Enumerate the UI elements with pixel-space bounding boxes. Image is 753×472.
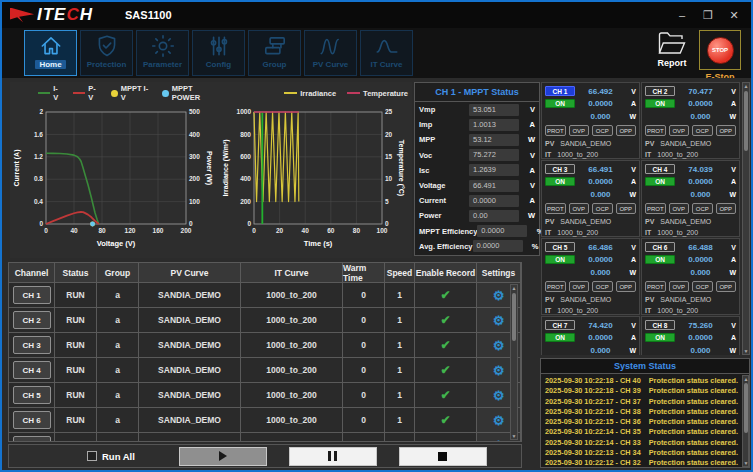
- table-row[interactable]: CH 2RUNaSANDIA_DEMO1000_to_20001✔⚙: [9, 308, 521, 333]
- channel-on-button[interactable]: ON: [645, 177, 675, 186]
- toolbar-item-it-curve[interactable]: IT Curve: [360, 30, 413, 76]
- channel-on-button[interactable]: ON: [545, 333, 575, 342]
- table-row[interactable]: CH 5RUNaSANDIA_DEMO1000_to_20001✔⚙: [9, 383, 521, 408]
- system-log-scrollbar[interactable]: ▲ ▼: [742, 375, 749, 467]
- prot-button-opp[interactable]: OPP: [716, 203, 737, 214]
- channel-on-button[interactable]: ON: [545, 255, 575, 264]
- prot-button-prot[interactable]: PROT: [645, 281, 666, 292]
- channel-select-button[interactable]: CH 2: [645, 86, 675, 96]
- channel-value: 0.000: [677, 268, 724, 277]
- gear-icon[interactable]: ⚙: [493, 338, 505, 353]
- toolbar-item-pv-curve[interactable]: PV Curve: [304, 30, 357, 76]
- gear-icon[interactable]: ⚙: [493, 363, 505, 378]
- column-header-channel[interactable]: Channel: [9, 263, 55, 283]
- report-button[interactable]: Report: [657, 30, 687, 68]
- prot-button-prot[interactable]: PROT: [645, 125, 666, 136]
- channel-value: 0.0000: [577, 333, 624, 342]
- channel-select-button[interactable]: CH 7: [545, 320, 575, 330]
- prot-button-ocp[interactable]: OCP: [592, 125, 613, 136]
- prot-button-opp[interactable]: OPP: [716, 125, 737, 136]
- column-header-pv-curve[interactable]: PV Curve: [139, 263, 241, 283]
- prot-button-ovp[interactable]: OVP: [569, 125, 590, 136]
- cell-record: ✔: [415, 308, 477, 333]
- channel-cell-button[interactable]: CH 5: [13, 386, 51, 404]
- cell-speed: 1: [385, 283, 415, 308]
- prot-button-prot[interactable]: PROT: [545, 281, 566, 292]
- channel-on-button[interactable]: ON: [645, 99, 675, 108]
- check-icon: ✔: [440, 413, 450, 427]
- estop-button[interactable]: STOP E-Stop: [699, 30, 741, 82]
- cell-pv_curve: SANDIA_DEMO: [139, 383, 241, 408]
- toolbar-item-protection[interactable]: Protection: [80, 30, 133, 76]
- toolbar-item-config[interactable]: Config: [192, 30, 245, 76]
- column-header-warm-time[interactable]: Warm Time: [343, 263, 385, 283]
- column-header-enable-record[interactable]: Enable Record: [415, 263, 477, 283]
- minimize-button[interactable]: –: [669, 5, 695, 25]
- close-button[interactable]: ✕: [721, 5, 747, 25]
- prot-button-ocp[interactable]: OCP: [692, 203, 713, 214]
- channel-select-button[interactable]: CH 5: [545, 242, 575, 252]
- channel-cell-button[interactable]: CH 1: [13, 286, 51, 304]
- channel-on-button[interactable]: ON: [645, 255, 675, 264]
- table-row[interactable]: CH 7RUNaSANDIA_DEMO1000_to_20001✔⚙: [9, 433, 521, 442]
- column-header-it-curve[interactable]: IT Curve: [241, 263, 343, 283]
- channel-cell-button[interactable]: CH 7: [13, 436, 51, 442]
- channel-cell-button[interactable]: CH 2: [13, 311, 51, 329]
- column-header-group[interactable]: Group: [97, 263, 139, 283]
- log-message: Protection status cleared.: [649, 386, 738, 395]
- table-scrollbar[interactable]: ▲ ▼: [510, 284, 518, 440]
- channel-select-button[interactable]: CH 3: [545, 164, 575, 174]
- log-message: Protection status cleared.: [649, 427, 738, 436]
- gear-icon[interactable]: ⚙: [493, 388, 505, 403]
- stop-button[interactable]: [399, 447, 487, 466]
- channel-cell-button[interactable]: CH 4: [13, 361, 51, 379]
- prot-button-opp[interactable]: OPP: [716, 281, 737, 292]
- prot-button-ovp[interactable]: OVP: [569, 281, 590, 292]
- channel-grid-scrollbar[interactable]: ▲ ▼: [742, 82, 750, 355]
- column-header-speed[interactable]: Speed: [385, 263, 415, 283]
- gear-icon[interactable]: ⚙: [493, 313, 505, 328]
- toolbar-item-group[interactable]: Group: [248, 30, 301, 76]
- column-header-settings[interactable]: Settings: [477, 263, 521, 283]
- channel-on-button[interactable]: ON: [545, 99, 575, 108]
- table-row[interactable]: CH 3RUNaSANDIA_DEMO1000_to_20001✔⚙: [9, 333, 521, 358]
- toolbar-item-home[interactable]: Home: [24, 30, 77, 76]
- prot-button-ocp[interactable]: OCP: [692, 281, 713, 292]
- prot-button-ovp[interactable]: OVP: [669, 281, 690, 292]
- run-all-checkbox[interactable]: [87, 451, 97, 461]
- cell-record: ✔: [415, 333, 477, 358]
- play-button[interactable]: [179, 447, 267, 466]
- prot-button-ocp[interactable]: OCP: [592, 203, 613, 214]
- prot-button-prot[interactable]: PROT: [545, 125, 566, 136]
- channel-select-button[interactable]: CH 6: [645, 242, 675, 252]
- channel-on-button[interactable]: ON: [645, 333, 675, 342]
- gear-icon[interactable]: ⚙: [493, 438, 505, 443]
- svg-text:100: 100: [189, 198, 200, 205]
- prot-button-ocp[interactable]: OCP: [592, 281, 613, 292]
- table-row[interactable]: CH 6RUNaSANDIA_DEMO1000_to_20001✔⚙: [9, 408, 521, 433]
- prot-button-ovp[interactable]: OVP: [669, 125, 690, 136]
- gear-icon[interactable]: ⚙: [493, 413, 505, 428]
- gear-icon[interactable]: ⚙: [493, 288, 505, 303]
- channel-on-button[interactable]: ON: [545, 177, 575, 186]
- table-row[interactable]: CH 1RUNaSANDIA_DEMO1000_to_20001✔⚙: [9, 283, 521, 308]
- prot-button-opp[interactable]: OPP: [616, 203, 637, 214]
- maximize-button[interactable]: ❒: [695, 5, 721, 25]
- column-header-status[interactable]: Status: [55, 263, 97, 283]
- channel-cell-button[interactable]: CH 6: [13, 411, 51, 429]
- prot-button-ocp[interactable]: OCP: [692, 125, 713, 136]
- toolbar-item-parameter[interactable]: Parameter: [136, 30, 189, 76]
- prot-button-opp[interactable]: OPP: [616, 281, 637, 292]
- prot-button-prot[interactable]: PROT: [645, 203, 666, 214]
- channel-value: 0.0000: [677, 333, 724, 342]
- prot-button-ovp[interactable]: OVP: [569, 203, 590, 214]
- channel-cell-button[interactable]: CH 3: [13, 336, 51, 354]
- channel-select-button[interactable]: CH 1: [545, 86, 575, 96]
- pause-button[interactable]: [289, 447, 377, 466]
- channel-select-button[interactable]: CH 4: [645, 164, 675, 174]
- prot-button-opp[interactable]: OPP: [616, 125, 637, 136]
- channel-select-button[interactable]: CH 8: [645, 320, 675, 330]
- table-row[interactable]: CH 4RUNaSANDIA_DEMO1000_to_20001✔⚙: [9, 358, 521, 383]
- prot-button-ovp[interactable]: OVP: [669, 203, 690, 214]
- prot-button-prot[interactable]: PROT: [545, 203, 566, 214]
